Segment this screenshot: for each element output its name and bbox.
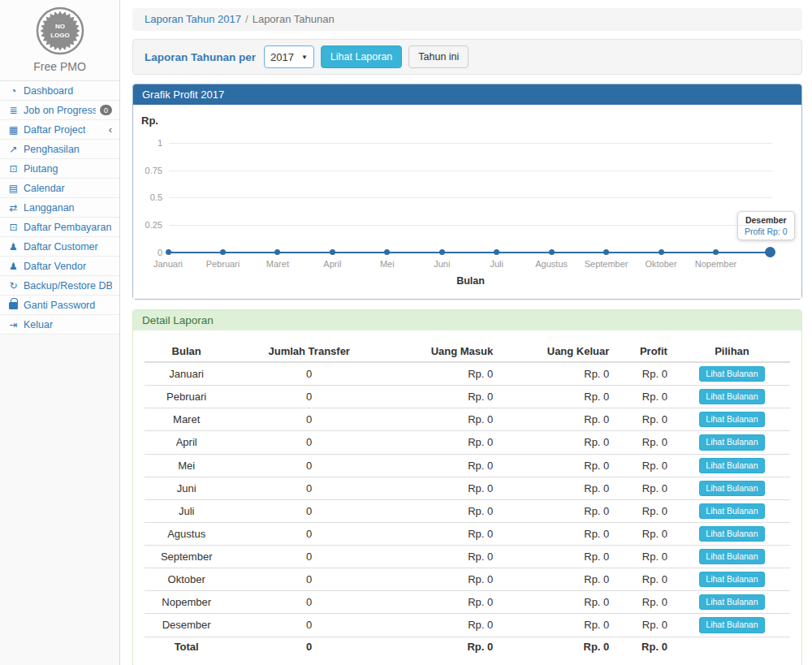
cell-profit: Rp. 0 — [615, 522, 674, 545]
lihat-bulanan-button-agustus[interactable]: Lihat Bulanan — [699, 526, 764, 542]
sidebar-item-penghasilan[interactable]: ↗Penghasilan — [0, 140, 119, 159]
lihat-bulanan-button-maret[interactable]: Lihat Bulanan — [699, 412, 764, 427]
data-point-mei[interactable] — [384, 249, 390, 255]
cell-uang_keluar: Rp. 0 — [499, 362, 615, 386]
cell-uang_masuk: Rp. 0 — [390, 386, 499, 408]
x-tick-label: Juli — [469, 259, 525, 269]
lihat-bulanan-button-september[interactable]: Lihat Bulanan — [699, 549, 764, 564]
sidebar-item-keluar[interactable]: ⇥Keluar — [0, 315, 119, 335]
svg-text:LOGO: LOGO — [50, 32, 70, 39]
sidebar-item-label: Langganan — [24, 202, 75, 214]
sidebar-item-daftar-vendor[interactable]: ♟Daftar Vendor — [0, 257, 119, 276]
sidebar-item-langganan[interactable]: ⇄Langganan — [0, 198, 119, 218]
table-row-juni: Juni0Rp. 0Rp. 0Rp. 0Lihat Bulanan — [145, 477, 790, 499]
table-row-pebruari: Pebruari0Rp. 0Rp. 0Rp. 0Lihat Bulanan — [145, 386, 790, 408]
total-cell-uang_keluar: Rp. 0 — [499, 637, 615, 656]
sidebar-item-piutang[interactable]: ⊡Piutang — [0, 159, 119, 179]
cell-bulan: Januari — [145, 362, 228, 386]
table-row-april: April0Rp. 0Rp. 0Rp. 0Lihat Bulanan — [145, 431, 790, 454]
sign-out-icon: ⇥ — [7, 319, 19, 330]
cell-uang_keluar: Rp. 0 — [499, 408, 615, 431]
refresh-icon: ↻ — [7, 280, 19, 291]
cell-profit: Rp. 0 — [615, 362, 674, 386]
cell-uang_masuk: Rp. 0 — [390, 454, 499, 477]
data-point-pebruari[interactable] — [220, 249, 226, 255]
sidebar-item-backup-restore-db[interactable]: ↻Backup/Restore DB — [0, 276, 119, 296]
sidebar-item-dashboard[interactable]: ◔Dashboard — [0, 81, 119, 101]
cell-pilihan: Lihat Bulanan — [674, 591, 790, 614]
lihat-laporan-button[interactable]: Lihat Laporan — [321, 45, 402, 68]
year-select[interactable]: 2017 ▼ — [264, 45, 314, 68]
report-detail-panel: Detail Laporan BulanJumlah TransferUang … — [132, 309, 802, 665]
cell-pilihan: Lihat Bulanan — [674, 386, 790, 408]
lihat-bulanan-button-april[interactable]: Lihat Bulanan — [699, 434, 764, 450]
cell-profit: Rp. 0 — [615, 386, 674, 408]
chart-tooltip-title: Desember — [745, 215, 788, 225]
cell-bulan: Juni — [145, 477, 228, 499]
lihat-bulanan-button-nopember[interactable]: Lihat Bulanan — [699, 594, 764, 610]
cell-profit: Rp. 0 — [615, 408, 674, 431]
table-row-agustus: Agustus0Rp. 0Rp. 0Rp. 0Lihat Bulanan — [145, 522, 790, 545]
cell-uang_keluar: Rp. 0 — [499, 568, 615, 591]
x-tick-label: Pebruari — [194, 259, 251, 269]
data-point-april[interactable] — [330, 249, 335, 255]
chevron-left-icon: ‹ — [109, 124, 112, 135]
data-point-juni[interactable] — [439, 249, 445, 255]
breadcrumb-active: Laporan Tahunan — [253, 13, 335, 25]
lihat-bulanan-button-mei[interactable]: Lihat Bulanan — [699, 458, 764, 473]
y-tick-label: 1 — [133, 138, 162, 148]
tahun-ini-button[interactable]: Tahun ini — [408, 45, 469, 68]
data-point-september[interactable] — [603, 249, 609, 255]
data-point-juli[interactable] — [494, 249, 499, 255]
data-point-januari[interactable] — [166, 249, 171, 255]
cell-uang_keluar: Rp. 0 — [499, 546, 615, 568]
sidebar-item-daftar-project[interactable]: ▦Daftar Project‹ — [0, 120, 119, 140]
sidebar-item-label: Daftar Pembayaran — [24, 222, 111, 233]
data-point-oktober[interactable] — [659, 249, 664, 255]
data-point-maret[interactable] — [274, 249, 280, 255]
cell-jumlah_transfer: 0 — [228, 362, 390, 386]
cell-profit: Rp. 0 — [615, 591, 674, 614]
breadcrumb-link-laporan-tahun[interactable]: Laporan Tahun 2017 — [145, 13, 241, 25]
sidebar-item-job-on-progress[interactable]: ≣Job on Progress0 — [0, 101, 119, 120]
lihat-bulanan-button-januari[interactable]: Lihat Bulanan — [699, 366, 764, 382]
logo: NO LOGO — [0, 0, 119, 55]
sidebar-item-daftar-pembayaran[interactable]: ⊡Daftar Pembayaran — [0, 218, 119, 237]
lihat-bulanan-button-oktober[interactable]: Lihat Bulanan — [699, 572, 764, 587]
data-point-agustus[interactable] — [549, 249, 555, 255]
y-tick-label: 0 — [133, 248, 162, 257]
sidebar-item-daftar-customer[interactable]: ♟Daftar Customer — [0, 237, 119, 257]
cell-bulan: Pebruari — [145, 386, 228, 408]
data-point-desember[interactable] — [765, 247, 775, 257]
data-point-nopember[interactable] — [713, 249, 719, 255]
lihat-bulanan-button-juni[interactable]: Lihat Bulanan — [699, 481, 764, 496]
cell-uang_keluar: Rp. 0 — [499, 386, 615, 408]
chart-y-axis-label: Rp. — [141, 114, 158, 127]
year-select-value: 2017 — [270, 51, 294, 63]
table-row-juli: Juli0Rp. 0Rp. 0Rp. 0Lihat Bulanan — [145, 499, 790, 522]
grid-line — [169, 197, 772, 198]
lihat-bulanan-button-juli[interactable]: Lihat Bulanan — [699, 503, 764, 519]
lihat-bulanan-button-desember[interactable]: Lihat Bulanan — [699, 617, 764, 633]
cell-jumlah_transfer: 0 — [228, 522, 390, 545]
sidebar-item-label: Job on Progress — [24, 105, 96, 116]
total-cell-jumlah_transfer: 0 — [228, 637, 390, 656]
lock-icon — [7, 299, 19, 312]
cell-uang_keluar: Rp. 0 — [499, 522, 615, 545]
x-tick-label: September — [578, 259, 635, 269]
sidebar-item-calendar[interactable]: ▤Calendar — [0, 179, 119, 198]
x-tick-label: April — [304, 259, 361, 269]
calendar-icon: ▤ — [7, 183, 19, 194]
cell-jumlah_transfer: 0 — [228, 408, 390, 431]
grid-line — [169, 143, 772, 144]
x-tick-label: Oktober — [633, 259, 689, 269]
lihat-bulanan-button-pebruari[interactable]: Lihat Bulanan — [699, 389, 764, 404]
column-header-jumlah-transfer: Jumlah Transfer — [228, 341, 390, 362]
cell-uang_masuk: Rp. 0 — [390, 568, 499, 591]
cell-pilihan: Lihat Bulanan — [674, 431, 790, 454]
cell-pilihan: Lihat Bulanan — [674, 546, 790, 568]
table-icon: ▦ — [7, 124, 19, 136]
table-row-januari: Januari0Rp. 0Rp. 0Rp. 0Lihat Bulanan — [145, 362, 790, 386]
breadcrumb: Laporan Tahun 2017/Laporan Tahunan — [132, 8, 802, 31]
sidebar-item-ganti-password[interactable]: Ganti Password — [0, 296, 119, 315]
